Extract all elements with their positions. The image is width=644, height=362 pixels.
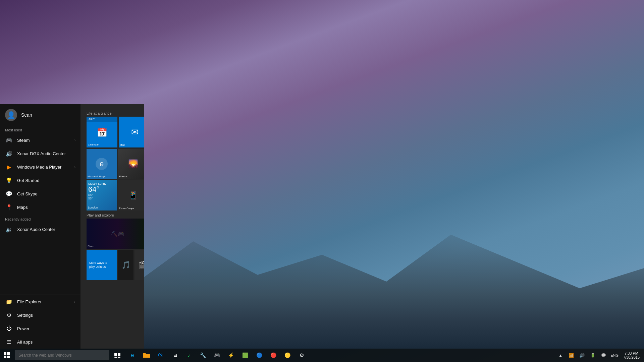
weather-city: London: [88, 206, 98, 209]
settings-icon: ⚙: [5, 311, 13, 319]
maps-label: Maps: [17, 205, 28, 210]
sidebar-item-get-skype[interactable]: 💬 Get Skype: [0, 187, 80, 200]
tile-movies[interactable]: 🎬: [135, 250, 144, 280]
photos-bg: 🌄: [118, 149, 144, 179]
desktop: 👤 Sean Most used 🎮 Steam › 🔊 Xonar DGX A…: [0, 0, 644, 362]
photos-label: Photos: [119, 175, 127, 178]
user-profile[interactable]: 👤 Sean: [0, 104, 80, 126]
calendar-header: JULY: [87, 117, 117, 122]
edge-icon: e: [96, 158, 108, 170]
skype-icon: 💬: [5, 190, 13, 198]
life-at-a-glance-label: Life at a glance: [87, 111, 138, 115]
file-explorer-icon: 📁: [5, 298, 13, 306]
taskbar-store-icon[interactable]: 🛍: [154, 349, 167, 362]
tiles-play: ⛏️🎮 Store 🍬 NEW: [87, 219, 138, 280]
sidebar-item-get-started[interactable]: 💡 Get Started: [0, 174, 80, 187]
tiles-container: Life at a glance JULY 📅 Calendar: [84, 107, 141, 283]
svg-rect-0: [4, 352, 6, 355]
start-menu: 👤 Sean Most used 🎮 Steam › 🔊 Xonar DGX A…: [0, 104, 144, 349]
taskbar-edge-icon[interactable]: e: [126, 349, 139, 362]
tile-photos[interactable]: 🌄 Photos: [118, 149, 144, 179]
taskbar-unknown1-icon[interactable]: 🖥: [168, 349, 181, 362]
groove-icon: 🎵: [121, 261, 130, 269]
taskbar-unknown2-icon[interactable]: 🔧: [196, 349, 210, 362]
taskbar-unknown5-icon[interactable]: 🔵: [253, 349, 266, 362]
taskbar-unknown8-icon[interactable]: ⚙: [295, 349, 308, 362]
sidebar-item-file-explorer[interactable]: 📁 File Explorer ›: [0, 295, 80, 308]
maps-icon: 📍: [5, 203, 13, 211]
task-view-button[interactable]: [111, 349, 124, 362]
taskbar-unknown4-icon[interactable]: 🟩: [238, 349, 252, 362]
sidebar-item-steam[interactable]: 🎮 Steam ›: [0, 133, 80, 147]
windows-logo: [4, 352, 10, 358]
systray-battery[interactable]: 🔋: [588, 349, 598, 362]
tile-mail[interactable]: ✉ Mail: [119, 117, 144, 147]
sidebar-item-xonar-audio[interactable]: 🔉 Xonar Audio Center: [0, 223, 80, 236]
taskbar-unknown3-icon[interactable]: ⚡: [224, 349, 238, 362]
taskbar-spotify-icon[interactable]: ♪: [182, 349, 196, 362]
power-label: Power: [17, 326, 30, 331]
taskbar-icons: e 🛍 🖥 ♪ 🔧 🎮 ⚡ 🟩 🔵 🔴 🟡 ⚙: [126, 349, 308, 362]
sidebar-item-wmp[interactable]: ▶ Windows Media Player ›: [0, 160, 80, 174]
wmp-label: Windows Media Player: [17, 165, 61, 170]
taskbar-systray: ▲ 📶 🔊 🔋 💬 ENG 7:33 PM 7/30/2015: [555, 349, 644, 362]
taskbar-explorer-icon[interactable]: [140, 349, 153, 362]
power-icon: ⏻: [5, 324, 13, 333]
sidebar-item-maps[interactable]: 📍 Maps: [0, 200, 80, 214]
settings-label: Settings: [17, 313, 33, 318]
start-bottom: 📁 File Explorer › ⚙ Settings ⏻ Power ☰ A…: [0, 295, 80, 349]
xonar-dgx-label: Xonar DGX Audio Center: [17, 151, 66, 156]
clock[interactable]: 7:33 PM 7/30/2015: [621, 349, 642, 362]
tile-calendar[interactable]: JULY 📅 Calendar: [87, 117, 117, 147]
sidebar-item-settings[interactable]: ⚙ Settings: [0, 308, 80, 322]
taskbar-search-input[interactable]: [15, 350, 109, 360]
all-apps-icon: ☰: [5, 338, 13, 346]
sidebar-item-all-apps[interactable]: ☰ All apps: [0, 335, 80, 349]
more-label: More ways to play. Join us!: [89, 261, 114, 269]
tile-more[interactable]: More ways to play. Join us!: [87, 250, 117, 280]
steam-label: Steam: [17, 138, 30, 143]
play-and-explore-label: Play and explore: [87, 213, 138, 217]
taskbar: e 🛍 🖥 ♪ 🔧 🎮 ⚡ 🟩 🔵 🔴 🟡 ⚙ ▲ 📶 🔊 🔋 💬: [0, 349, 644, 362]
tile-edge[interactable]: e Microsoft Edge: [87, 149, 117, 179]
avatar: 👤: [5, 109, 17, 121]
wmp-icon: ▶: [5, 163, 13, 171]
tile-store[interactable]: ⛏️🎮 Store: [87, 219, 144, 249]
weather-hi: 66°: [88, 193, 115, 197]
systray-notification[interactable]: 💬: [598, 349, 608, 362]
taskbar-steam-icon[interactable]: 🎮: [210, 349, 224, 362]
taskbar-unknown7-icon[interactable]: 🟡: [281, 349, 294, 362]
file-explorer-arrow: ›: [74, 300, 75, 304]
mail-label: Mail: [120, 143, 125, 146]
systray-expand[interactable]: ▲: [555, 349, 566, 362]
sidebar-item-xonar-dgx[interactable]: 🔊 Xonar DGX Audio Center: [0, 147, 80, 160]
language-indicator[interactable]: ENG: [609, 353, 620, 357]
task-view-icon: [114, 353, 120, 358]
xonar-dgx-icon: 🔊: [5, 149, 13, 158]
tiles-row-1: JULY 📅 Calendar ✉ Mail: [87, 117, 138, 147]
systray-network[interactable]: 📶: [566, 349, 576, 362]
tile-groove[interactable]: 🎵: [118, 250, 133, 280]
tile-phone[interactable]: 📱 Phone Compa...: [118, 180, 144, 210]
svg-rect-6: [114, 357, 117, 358]
getstarted-label: Get Started: [17, 178, 39, 183]
svg-rect-1: [7, 352, 10, 355]
user-name: Sean: [21, 112, 32, 118]
svg-rect-2: [4, 356, 6, 358]
phone-icon: 📱: [128, 191, 138, 200]
getstarted-icon: 💡: [5, 176, 13, 184]
clock-date: 7/30/2015: [623, 355, 640, 359]
start-menu-right: Life at a glance JULY 📅 Calendar: [80, 104, 144, 349]
sidebar-item-power[interactable]: ⏻ Power: [0, 322, 80, 335]
recently-added-label: Recently added: [0, 214, 80, 223]
weather-lo: 55°: [88, 197, 115, 200]
phone-label: Phone Compa...: [119, 207, 136, 209]
xonar-audio-icon: 🔉: [5, 225, 13, 233]
most-used-label: Most used: [0, 126, 80, 133]
tile-weather[interactable]: Mostly Sunny 64° 66° 55° London: [87, 180, 117, 210]
svg-rect-5: [118, 353, 120, 356]
systray-volume[interactable]: 🔊: [577, 349, 587, 362]
calendar-icon: 📅: [97, 127, 107, 138]
start-button[interactable]: [0, 349, 13, 362]
taskbar-unknown6-icon[interactable]: 🔴: [267, 349, 280, 362]
